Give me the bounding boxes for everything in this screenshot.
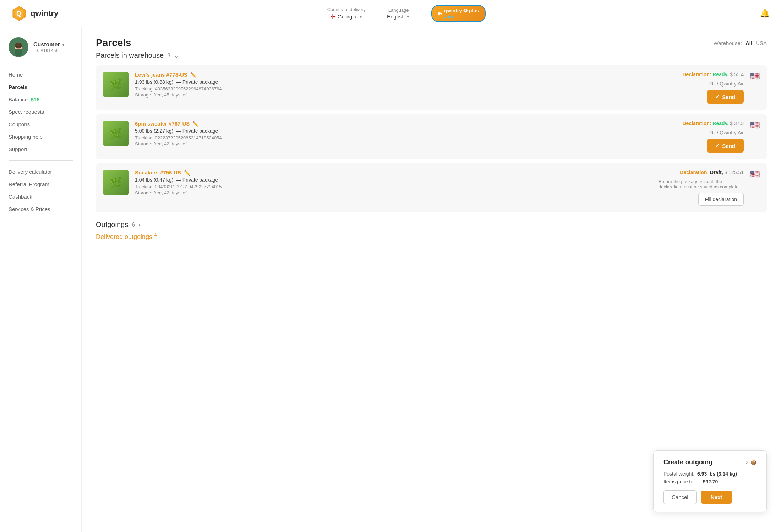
panel-actions: Cancel Next [663, 490, 757, 504]
outgoings-collapse-icon[interactable]: ‹ [138, 221, 141, 228]
sidebar: Customer ▼ ID: #191459 Home Parcels Bala… [0, 27, 82, 532]
svg-point-7 [16, 46, 17, 47]
parcel-image-3: 🌿 [103, 170, 129, 195]
send-button-1[interactable]: ✓ Send [707, 90, 744, 104]
sidebar-item-delivery-calculator[interactable]: Delivery calculator [9, 166, 73, 178]
svg-point-8 [20, 46, 21, 47]
sidebar-item-shopping-help[interactable]: Shopping help [9, 131, 73, 143]
sidebar-item-spec-requests[interactable]: Spec. requests [9, 106, 73, 118]
parcel-edit-icon-1[interactable]: ✏️ [190, 72, 196, 78]
parcel-card-3: 🌿 Sneakers #756-US ✏️ 1.04 lbs (0.47 kg)… [96, 163, 767, 212]
parcel-card-1: 🌿 Levi's jeans #778-US ✏️ 1.93 lbs (0.88… [96, 65, 767, 110]
parcel-thumb-1: 🌿 [103, 72, 129, 97]
us-flag-2: 🇺🇸 [750, 121, 760, 130]
section-count: 3 [167, 52, 170, 59]
language-label: Language [388, 7, 409, 13]
parcels-section-header[interactable]: Parcels in warehouse 3 ⌄ [96, 51, 767, 60]
plus-badge-wrap[interactable]: ⊕ qwintry ✪ plus Join [431, 5, 485, 22]
declaration-status-3: Draft, [710, 170, 723, 175]
fill-declaration-button[interactable]: Fill declaration [698, 193, 744, 206]
layout: Customer ▼ ID: #191459 Home Parcels Bala… [0, 27, 781, 532]
package-count: 2 📦 [746, 460, 757, 465]
sidebar-item-services-prices[interactable]: Services & Prices [9, 203, 73, 215]
plus-badge[interactable]: ⊕ qwintry ✪ plus Join [431, 5, 485, 22]
section-chevron-icon: ⌄ [174, 52, 179, 60]
outgoings-section: Outgoings 6 ‹ Delivered outgoings 4 [96, 221, 767, 241]
parcel-name-2[interactable]: 6pm sweater #767-US ✏️ [135, 121, 645, 127]
declaration-label-1: Declaration: [682, 72, 711, 77]
declaration-price-1: $ 55.4 [730, 72, 744, 77]
sidebar-item-cashback[interactable]: Cashback [9, 190, 73, 203]
logo-area: Q qwintry [11, 6, 58, 21]
parcel-name-1[interactable]: Levi's jeans #778-US ✏️ [135, 72, 645, 78]
postal-weight-row: Postal weight: 6.93 lbs (3.14 kg) [663, 471, 757, 477]
next-button[interactable]: Next [701, 491, 732, 504]
parcel-info-3: Sneakers #756-US ✏️ 1.04 lbs (0.47 kg) —… [135, 170, 645, 195]
country-name: Georgia [338, 13, 356, 20]
main-content: Parcels Warehouse: All USA Parcels in wa… [82, 27, 781, 532]
declaration-price-3: $ 125.51 [725, 170, 744, 175]
parcel-edit-icon-2[interactable]: ✏️ [192, 121, 198, 127]
declaration-status-2: Ready, [712, 121, 728, 126]
package-icon: 📦 [750, 460, 757, 465]
bell-icon[interactable]: 🔔 [760, 9, 770, 18]
declaration-note-3: Before the package is sent, the declarat… [659, 179, 744, 189]
send-label-1: Send [722, 94, 735, 100]
parcel-thumb-2: 🌿 [103, 121, 129, 146]
country-delivery-value[interactable]: ✛ Georgia ▼ [330, 13, 363, 21]
send-button-2[interactable]: ✓ Send [707, 139, 744, 153]
join-link[interactable]: Join [444, 14, 479, 19]
create-outgoing-title: Create outgoing [663, 459, 712, 466]
parcel-name-3[interactable]: Sneakers #756-US ✏️ [135, 170, 645, 176]
sidebar-item-balance[interactable]: Balance $15 [9, 93, 73, 106]
page-title: Parcels [96, 37, 131, 49]
sidebar-item-support[interactable]: Support [9, 143, 73, 155]
sidebar-item-home[interactable]: Home [9, 68, 73, 81]
outgoings-title: Outgoings [96, 221, 128, 229]
parcel-image-1: 🌿 [103, 72, 129, 97]
create-outgoing-header: Create outgoing 2 📦 [663, 459, 757, 466]
sidebar-item-referral[interactable]: Referral Program [9, 178, 73, 190]
country-delivery[interactable]: Country of delivery ✛ Georgia ▼ [327, 7, 366, 21]
parcel-weight-3: 1.04 lbs (0.47 kg) — Private package [135, 177, 645, 183]
parcel-actions-2: Declaration: Ready, $ 37.3 RU / Qwintry … [651, 121, 744, 153]
declaration-line-3: Declaration: Draft, $ 125.51 [680, 170, 744, 175]
georgia-flag: ✛ [330, 13, 335, 21]
cancel-button[interactable]: Cancel [663, 490, 697, 504]
language-name: English [387, 13, 404, 20]
nav-list-2: Delivery calculator Referral Program Cas… [9, 166, 73, 215]
postal-weight-label: Postal weight: [663, 471, 694, 477]
language-chevron-icon: ▼ [406, 14, 410, 19]
send-label-2: Send [722, 143, 735, 149]
postal-weight-value: 6.93 lbs (3.14 kg) [697, 471, 737, 477]
route-text-1: RU / Qwintry Air [708, 81, 744, 87]
parcel-tracking-2: Tracking: 02223722952085214718524054 [135, 135, 645, 140]
logo-text: qwintry [31, 9, 58, 18]
delivered-count: 4 [154, 232, 157, 238]
header: Q qwintry Country of delivery ✛ Georgia … [0, 0, 781, 27]
parcel-tracking-1: Tracking: 40356332097622964874036764 [135, 86, 645, 92]
delivered-outgoings-link[interactable]: Delivered outgoings 4 [96, 232, 767, 241]
sidebar-item-coupons[interactable]: Coupons [9, 118, 73, 131]
language-selector[interactable]: English ▼ [387, 13, 410, 20]
parcel-name-text-1: Levi's jeans #778-US [135, 72, 187, 78]
delivered-label: Delivered outgoings [96, 233, 152, 240]
parcel-edit-icon-3[interactable]: ✏️ [184, 170, 190, 176]
language-area[interactable]: Language English ▼ [387, 7, 410, 20]
balance-amount: $15 [31, 96, 40, 102]
warehouse-usa[interactable]: USA [756, 40, 767, 46]
parcel-tracking-3: Tracking: 00493212091819479227794015 [135, 184, 645, 189]
checkmark-icon-2: ✓ [715, 143, 720, 149]
parcel-weight-2: 5.00 lbs (2.27 kg) — Private package [135, 128, 645, 134]
plus-badge-text: qwintry ✪ plus [444, 8, 479, 13]
parcel-weight-1: 1.93 lbs (0.88 kg) — Private package [135, 79, 645, 85]
sidebar-item-parcels[interactable]: Parcels [9, 81, 73, 93]
warehouse-all[interactable]: All [746, 40, 752, 46]
header-center: Country of delivery ✛ Georgia ▼ Language… [65, 5, 747, 22]
parcel-info-2: 6pm sweater #767-US ✏️ 5.00 lbs (2.27 kg… [135, 121, 645, 146]
nav-list: Home Parcels Balance $15 Spec. requests … [9, 68, 73, 155]
avatar [9, 37, 28, 57]
user-area: Customer ▼ ID: #191459 [9, 37, 73, 57]
avatar-image [10, 39, 27, 56]
user-name[interactable]: Customer ▼ [33, 41, 66, 48]
